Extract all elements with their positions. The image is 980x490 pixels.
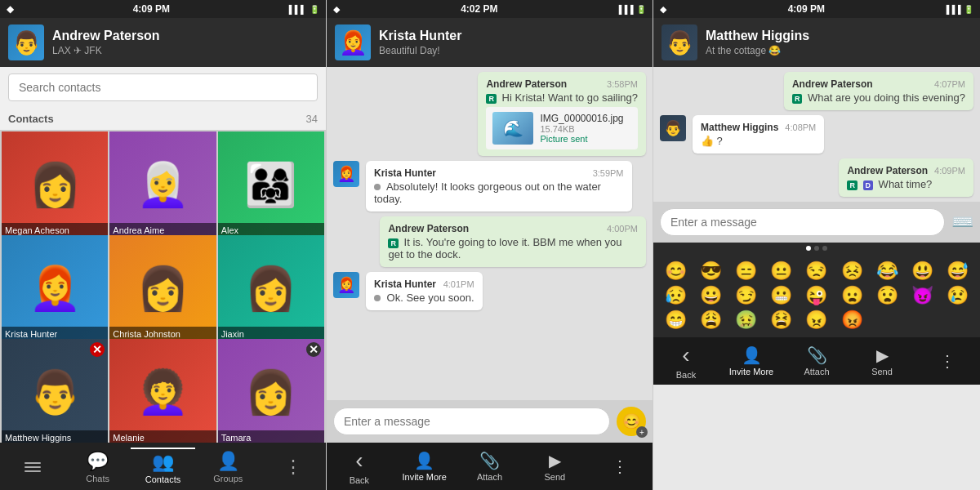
battery-icon-left: 🔋 [310, 5, 319, 14]
nav-groups[interactable]: 👤 Groups [195, 448, 261, 487]
contacts-panel: ◆ 4:09 PM ▌▌▌ 🔋 👨 Andrew Paterson LAX ✈ … [0, 0, 327, 490]
nav-back-mid[interactable]: ‹ Back [327, 446, 392, 487]
avatar-face-mid: 👩‍🦰 [335, 24, 371, 60]
emoji-smiley[interactable]: 😃 [906, 261, 938, 282]
send-label-mid: Send [544, 472, 565, 482]
msg-time-4: 4:01PM [437, 279, 474, 289]
emoji-anguished[interactable]: 😧 [871, 285, 903, 306]
file-status-1: Picture sent [540, 134, 623, 144]
emoji-imp[interactable]: 😈 [906, 285, 938, 306]
nav-contacts[interactable]: 👥 Contacts [131, 448, 196, 487]
left-header: 👨 Andrew Paterson LAX ✈ JFK [0, 18, 326, 67]
message-input-right[interactable] [660, 208, 945, 236]
emoji-rage[interactable]: 😡 [836, 310, 868, 331]
msg-time-r1: 4:07PM [928, 79, 965, 89]
emoji-happy[interactable]: 😊 [660, 261, 692, 282]
nav-send-right[interactable]: ▶ Send [849, 341, 915, 381]
emoji-grinning[interactable]: 😀 [695, 285, 727, 306]
header-info-right: Matthew Higgins At the cottage 😂 [706, 29, 972, 56]
emoji-panel: 😊 😎 😑 😐 😒 😣 😂 😃 😅 😥 😀 😏 😬 😜 😦 😧 😈 😢 😁 😩 … [653, 254, 980, 337]
header-status-mid: Beautiful Day! [379, 45, 644, 56]
status-icons-left: ◆ [7, 3, 14, 15]
contact-cell-andrea[interactable]: 👩‍🦳 Andrea Aime [109, 131, 216, 238]
emoji-sunglasses[interactable]: 😎 [695, 261, 727, 282]
keyboard-icon-right[interactable]: ⌨️ [951, 212, 973, 233]
msg-sender-r2: Matthew Higgins [701, 122, 778, 133]
emoji-frowning[interactable]: 😦 [836, 285, 868, 306]
contact-cell-megan[interactable]: 👩 Megan Acheson [2, 131, 108, 238]
search-input[interactable] [8, 74, 318, 101]
time-mid: 4:02 PM [461, 3, 497, 15]
contact-cell-christa[interactable]: 👩 Christa Johnston [109, 235, 216, 341]
contact-face-andrea: 👩‍🦳 [109, 131, 216, 238]
mid-header: 👩‍🦰 Krista Hunter Beautiful Day! [327, 18, 653, 67]
header-name-mid: Krista Hunter [379, 29, 644, 43]
emoji-cry[interactable]: 😢 [942, 285, 973, 306]
emoji-wink[interactable]: 😜 [800, 285, 832, 306]
contact-cell-jiaxin[interactable]: 👩 Jiaxin [218, 235, 324, 341]
send-icon-mid: ▶ [549, 451, 561, 470]
emoji-beam[interactable]: 😁 [660, 310, 692, 331]
nav-more-right[interactable]: ⋮ [915, 341, 980, 381]
msg-time-1: 3:58PM [600, 79, 638, 89]
chats-icon: 💬 [87, 451, 109, 472]
contact-cell-krista[interactable]: 👩‍🦰 Krista Hunter [2, 235, 108, 341]
emoji-neutral[interactable]: 😐 [765, 261, 797, 282]
contact-cell-tamara[interactable]: 👩 Tamara ✕ [218, 339, 324, 443]
emoji-unamused[interactable]: 😒 [800, 261, 832, 282]
nav-back-right[interactable]: ‹ Back [653, 341, 719, 381]
message-row-r2: 👨 Matthew Higgins 4:08PM 👍 ? [660, 115, 973, 154]
nav-more-mid[interactable]: ⋮ [587, 446, 653, 487]
emoji-disappointed-relieved[interactable]: 😥 [660, 285, 692, 306]
emoji-tired[interactable]: 😫 [765, 310, 797, 331]
contact-cell-alex[interactable]: 👨‍👩‍👧 Alex [218, 131, 324, 238]
file-attachment-1: 🌊 IMG_00000016.jpg 15.74KB Picture sent [486, 107, 638, 149]
nav-send-mid[interactable]: ▶ Send [522, 446, 587, 487]
contact-name-tamara: Tamara [218, 430, 324, 443]
message-row-3: Andrew Paterson 4:00PM R It is. You're g… [333, 216, 646, 267]
emoji-nauseated[interactable]: 🤢 [730, 310, 762, 331]
nav-menu[interactable] [0, 448, 65, 487]
msg-sender-r1: Andrew Paterson [792, 78, 873, 90]
status-bar-mid: ◆ 4:02 PM ▌▌▌🔋 [327, 0, 653, 18]
emoji-weary[interactable]: 😩 [695, 310, 727, 331]
emoji-smirk[interactable]: 😏 [730, 285, 762, 306]
emoji-grimacing[interactable]: 😬 [765, 285, 797, 306]
nav-attach-mid[interactable]: 📎 Attach [457, 446, 523, 487]
contact-badge-tamara: ✕ [306, 342, 321, 357]
emoji-button-mid[interactable]: 😊 + [617, 407, 646, 436]
message-input-mid[interactable] [333, 408, 610, 435]
emoji-joy[interactable]: 😂 [871, 261, 903, 282]
msg-header-1: Andrew Paterson 3:58PM [486, 78, 638, 90]
emoji-persevering[interactable]: 😣 [836, 261, 868, 282]
contacts-label: Contacts [8, 113, 54, 125]
emoji-angry[interactable]: 😠 [800, 310, 832, 331]
msg-text-1: R Hi Krista! Want to go sailing? [486, 91, 638, 104]
emoji-dot-3 [822, 246, 827, 251]
msg-time-r2: 4:08PM [778, 122, 816, 132]
message-row-4: 👩‍🦰 Krista Hunter 4:01PM Ok. See you soo… [333, 272, 646, 310]
right-icons-right: ▌▌▌🔋 [947, 5, 973, 14]
msg-header-3: Andrew Paterson 4:00PM [388, 223, 638, 234]
emoji-dot-2 [814, 246, 819, 251]
chat-messages-right: Andrew Paterson 4:07PM R What are you do… [653, 67, 980, 202]
nav-invite-right[interactable]: 👤 Invite More [719, 341, 784, 381]
contact-cell-melanie[interactable]: 👩‍🦱 Melanie [109, 339, 216, 443]
message-row-r3: Andrew Paterson 4:09PM R D What time? [660, 158, 973, 197]
avatar-face-right: 👨 [662, 24, 697, 60]
nav-more-left[interactable]: ⋮ [261, 448, 326, 487]
nav-chats[interactable]: 💬 Chats [65, 448, 131, 487]
emoji-sweat-smile[interactable]: 😅 [942, 261, 973, 282]
back-icon-right: ‹ [682, 342, 689, 368]
emoji-expressionless[interactable]: 😑 [730, 261, 762, 282]
file-info-1: IMG_00000016.jpg 15.74KB Picture sent [540, 113, 623, 144]
msg-sender-2: Krista Hunter [374, 167, 436, 179]
msg-time-3: 4:00PM [600, 224, 638, 234]
nav-attach-right[interactable]: 📎 Attach [784, 341, 849, 381]
contact-cell-matthew[interactable]: 👨 Matthew Higgins ✕ [2, 339, 108, 443]
bbm-d-badge-r3: D [863, 180, 874, 190]
msg-header-r2: Matthew Higgins 4:08PM [701, 122, 816, 133]
header-avatar-left: 👨 [8, 24, 44, 60]
msg-text-r2: 👍 ? [701, 135, 816, 147]
nav-invite-mid[interactable]: 👤 Invite More [392, 446, 457, 487]
